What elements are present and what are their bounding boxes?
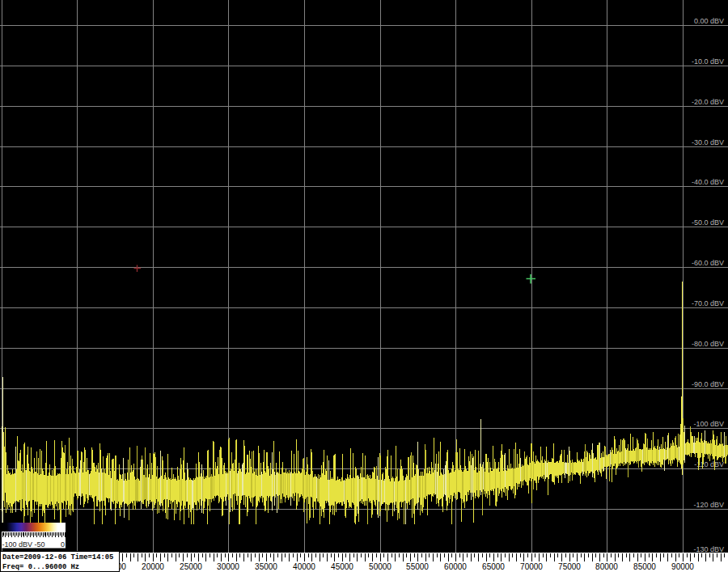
svg-text:0.00 dBV: 0.00 dBV xyxy=(694,17,724,25)
svg-text:35000: 35000 xyxy=(255,562,277,571)
svg-text:-100 dBV: -100 dBV xyxy=(693,420,724,428)
svg-text:40000: 40000 xyxy=(293,562,315,571)
svg-text:-130 dBV: -130 dBV xyxy=(693,545,724,553)
svg-text:-50.0 dBV: -50.0 dBV xyxy=(692,218,724,227)
svg-text:85000: 85000 xyxy=(633,562,656,571)
svg-text:25000: 25000 xyxy=(180,562,202,571)
svg-text:80000: 80000 xyxy=(595,562,618,571)
svg-text:65000: 65000 xyxy=(482,562,505,571)
svg-text:0: 0 xyxy=(61,540,65,549)
svg-text:-100 dBV -50: -100 dBV -50 xyxy=(2,540,45,549)
svg-text:Freq= 0...96000 Hz: Freq= 0...96000 Hz xyxy=(2,563,79,571)
svg-text:-70.0 dBV: -70.0 dBV xyxy=(692,299,724,307)
svg-text:Date=2009-12-06 Time=14:05: Date=2009-12-06 Time=14:05 xyxy=(2,553,113,561)
svg-text:20000: 20000 xyxy=(142,562,164,571)
svg-text:-80.0 dBV: -80.0 dBV xyxy=(692,340,724,348)
svg-text:75000: 75000 xyxy=(558,562,581,571)
svg-text:-60.0 dBV: -60.0 dBV xyxy=(692,259,724,267)
svg-text:50000: 50000 xyxy=(369,562,392,571)
svg-text:90000: 90000 xyxy=(671,562,694,571)
svg-text:-30.0 dBV: -30.0 dBV xyxy=(692,138,724,146)
svg-text:55000: 55000 xyxy=(406,562,429,571)
svg-text:-20.0 dBV: -20.0 dBV xyxy=(692,98,724,106)
svg-text:-10.0 dBV: -10.0 dBV xyxy=(692,57,724,66)
svg-text:30000: 30000 xyxy=(217,562,239,571)
svg-text:-40.0 dBV: -40.0 dBV xyxy=(692,178,724,186)
svg-text:-90.0 dBV: -90.0 dBV xyxy=(692,380,724,388)
svg-text:45000: 45000 xyxy=(331,562,353,571)
svg-text:70000: 70000 xyxy=(520,562,543,571)
svg-text:-120 dBV: -120 dBV xyxy=(693,501,724,509)
svg-text:60000: 60000 xyxy=(444,562,467,571)
